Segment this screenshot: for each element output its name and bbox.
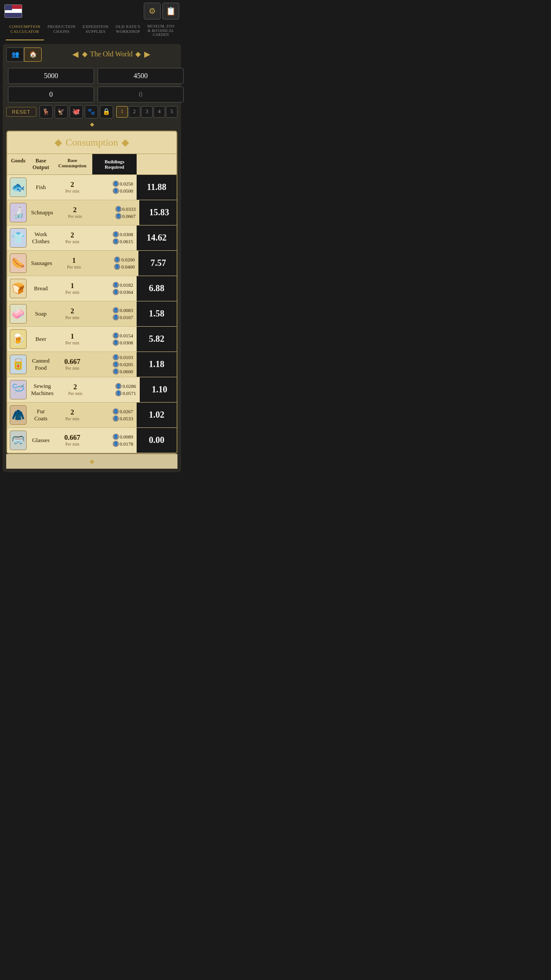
item-name-sewing-machines: SewingMachines [29, 380, 55, 399]
engineer-input[interactable] [8, 87, 94, 103]
item-name-work-clothes: Work Clothes [29, 228, 52, 248]
page-2-button[interactable]: 2 [129, 106, 140, 118]
item-output-cell: 2 Per min [55, 380, 95, 399]
farmer-input[interactable] [8, 68, 94, 84]
filter-deer[interactable]: 🦌 [39, 105, 53, 119]
item-name-schnapps: Schnapps [29, 206, 55, 219]
settings-button[interactable]: ⚙ [144, 3, 161, 20]
cons-avatar: 👤 [113, 181, 119, 187]
item-name-fur-coats: Fur Coats [29, 405, 52, 425]
item-output-cell: 0.667 Per min [52, 355, 92, 373]
cons-avatar: 👤 [113, 231, 119, 237]
world-selector: ◀ ◆ The Old World ◆ ▶ [45, 49, 177, 59]
table-row: 🍞 Bread 1 Per min 👤0.0182👤0.0364 6.88 [7, 276, 177, 301]
item-consumption-cell: 👤0.0250👤0.0500 [92, 179, 137, 196]
buildings-value: 11.88 [147, 182, 166, 192]
cons-avatar: 👤 [113, 368, 119, 375]
buildings-value: 15.83 [149, 207, 169, 217]
people-view-button[interactable]: 👥 [6, 47, 24, 62]
gear-icon: ⚙ [149, 6, 156, 16]
tab-old-nates-workshop[interactable]: OLD NATE'SWORKSHOP [112, 22, 144, 40]
output-header: Base Output [29, 154, 52, 174]
table-row: 🧼 Soap 2 Per min 👤0.0083👤0.0167 1.58 [7, 301, 177, 327]
item-consumption-cell: 👤0.0103👤0.0205👤0.0600 [92, 352, 137, 376]
cons-avatar: 👤 [113, 434, 119, 440]
flag-button[interactable] [4, 4, 22, 18]
cons-avatar: 👤 [113, 289, 119, 295]
table-header: Goods Base Output BaseConsumption Buildi… [7, 154, 177, 175]
cons-avatar: 👤 [113, 415, 119, 422]
item-output-cell: 2 Per min [52, 406, 92, 424]
page-4-button[interactable]: 4 [153, 106, 165, 118]
reset-button[interactable]: RESET [6, 107, 36, 117]
cons-avatar: 👤 [113, 332, 119, 339]
item-icon-sewing-machines: 🪡 [10, 380, 27, 399]
buildings-value: 6.88 [149, 283, 165, 293]
item-icon-cell: 🍶 [7, 200, 29, 225]
cons-avatar: 👤 [113, 188, 119, 194]
tab-expedition-supplies[interactable]: EXPEDITIONSUPPLIES [79, 22, 112, 40]
buildings-value: 14.62 [147, 233, 167, 243]
item-icon-work-clothes: 👕 [10, 228, 27, 248]
world-next-button[interactable]: ▶ [144, 49, 150, 59]
item-consumption-cell: 👤0.0308👤0.0615 [92, 229, 137, 246]
diamond-right: ◆ [135, 50, 141, 58]
nav-tabs: CONSUMPTIONCALCULATOR PRODUCTIONCHAINS E… [0, 22, 184, 42]
cons-avatar: 👤 [115, 206, 122, 212]
buildings-value: 1.10 [152, 384, 167, 395]
tab-production-chains[interactable]: PRODUCTIONCHAINS [44, 22, 79, 40]
item-icon-cell: 🥽 [7, 428, 29, 453]
filter-paw[interactable]: 🐾 [85, 105, 98, 119]
cons-avatar: 👤 [113, 354, 119, 360]
population-row-1: 👩 👨 👮 [6, 68, 177, 84]
world-prev-button[interactable]: ◀ [72, 49, 79, 59]
tab-museum-zoo[interactable]: MUSEUM, ZOO& BOTANICALGARDEN [144, 22, 178, 40]
diamond-left: ◆ [82, 50, 87, 58]
item-name-soap: Soap [29, 308, 52, 320]
tab-consumption-calculator[interactable]: CONSUMPTIONCALCULATOR [6, 22, 44, 40]
item-icon-beer: 🍺 [10, 329, 27, 349]
item-output-cell: 2 Per min [52, 229, 92, 247]
cons-avatar: 👤 [115, 383, 122, 389]
title-diamond-right: ◆ [122, 137, 129, 148]
investor-input[interactable] [98, 87, 184, 103]
item-output-cell: 1 Per min [52, 279, 92, 297]
cons-avatar: 👤 [113, 361, 119, 368]
table-row: 👕 Work Clothes 2 Per min 👤0.0308👤0.0615 … [7, 225, 177, 251]
worker-input[interactable] [98, 68, 184, 84]
item-name-bread: Bread [29, 282, 52, 295]
buildings-value: 5.82 [149, 334, 165, 344]
cons-avatar: 👤 [113, 340, 119, 346]
page-5-button[interactable]: 5 [166, 106, 177, 118]
item-icon-fish: 🐟 [10, 178, 27, 197]
house-view-button[interactable]: 🏠 [24, 47, 42, 62]
people-icon: 👥 [12, 51, 19, 58]
top-right-icons: ⚙ 📋 [144, 3, 179, 20]
item-icon-cell: 🍺 [7, 327, 29, 352]
item-icon-cell: 🌭 [7, 251, 29, 276]
item-name-sausages: Sausages [29, 257, 54, 269]
item-output-cell: 2 Per min [52, 304, 92, 323]
world-title: ◆ The Old World ◆ [82, 50, 141, 58]
item-output-cell: 0.667 Per min [52, 431, 92, 449]
page-3-button[interactable]: 3 [141, 106, 153, 118]
buildings-header: BuildingsRequired [92, 154, 137, 174]
item-icon-cell: 🧼 [7, 301, 29, 326]
filter-octopus[interactable]: 🐙 [70, 105, 83, 119]
buildings-value: 1.58 [149, 308, 165, 319]
item-name-glasses: Glasses [29, 434, 52, 447]
buildings-cell: 11.88 [137, 175, 177, 200]
page-1-button[interactable]: 1 [116, 106, 128, 118]
item-icon-cell: 👕 [7, 225, 29, 250]
filter-lock[interactable]: 🔒 [100, 105, 113, 119]
bottom-diamond: ◆ [6, 454, 177, 469]
filter-bird[interactable]: 🦅 [55, 105, 68, 119]
cons-avatar: 👤 [113, 282, 119, 288]
cons-avatar: 👤 [114, 264, 120, 270]
consumption-section: ◆ Consumption ◆ Goods Base Output BaseCo… [6, 130, 177, 454]
item-icon-canned-food: 🥫 [10, 355, 27, 374]
consumption-header: BaseConsumption [52, 154, 92, 174]
notes-button[interactable]: 📋 [162, 3, 179, 20]
buildings-cell: 14.62 [137, 225, 177, 250]
cons-avatar: 👤 [115, 213, 122, 219]
